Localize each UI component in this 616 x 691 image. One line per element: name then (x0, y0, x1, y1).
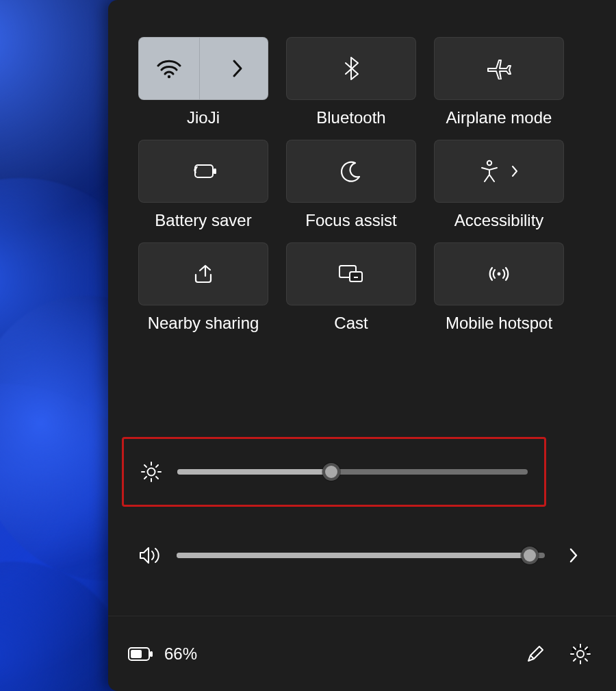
mobile-hotspot-toggle[interactable] (434, 242, 564, 305)
battery-saver-icon (190, 162, 217, 180)
cast-label: Cast (283, 314, 420, 333)
nearby-sharing-toggle[interactable] (138, 242, 268, 305)
pencil-icon (525, 644, 546, 664)
svg-point-8 (148, 468, 155, 476)
volume-expand-button[interactable] (560, 542, 587, 569)
wifi-expand-button[interactable] (207, 38, 268, 99)
cast-toggle[interactable] (286, 242, 416, 305)
svg-line-15 (144, 477, 146, 479)
svg-point-7 (498, 273, 501, 276)
quick-settings-panel: JioJi Bluetooth Airplane mode (108, 0, 616, 691)
volume-icon (138, 545, 162, 566)
airplane-mode-label: Airplane mode (431, 108, 567, 127)
battery-saver-label: Battery saver (135, 211, 272, 230)
airplane-icon (486, 58, 512, 79)
settings-button[interactable] (564, 638, 597, 670)
battery-saver-toggle[interactable] (138, 140, 268, 203)
hotspot-icon (486, 264, 512, 284)
volume-row (122, 537, 587, 574)
svg-line-16 (156, 465, 158, 467)
bluetooth-icon (343, 56, 359, 81)
moon-icon (340, 160, 362, 182)
wifi-icon (156, 58, 182, 79)
nearby-sharing-label: Nearby sharing (135, 314, 272, 333)
chevron-right-icon (568, 546, 579, 564)
svg-rect-1 (195, 165, 213, 177)
cast-icon (337, 264, 365, 284)
quick-settings-grid: JioJi Bluetooth Airplane mode (138, 37, 563, 333)
svg-rect-19 (131, 650, 142, 658)
svg-rect-2 (214, 168, 216, 174)
quick-settings-footer: 66% (108, 616, 616, 691)
brightness-row (122, 437, 546, 507)
gear-icon (569, 643, 591, 665)
edit-quick-settings-button[interactable] (519, 638, 552, 670)
accessibility-label: Accessibility (431, 211, 567, 230)
accessibility-toggle[interactable] (434, 140, 564, 203)
svg-line-13 (144, 465, 146, 467)
brightness-slider[interactable] (177, 469, 528, 475)
svg-line-14 (156, 477, 158, 479)
battery-percent-text: 66% (164, 644, 197, 664)
volume-slider[interactable] (177, 553, 545, 558)
battery-icon (127, 646, 155, 662)
svg-point-0 (168, 75, 170, 78)
brightness-slider-thumb[interactable] (322, 463, 340, 481)
wifi-toggle[interactable] (138, 37, 268, 100)
share-icon (192, 264, 215, 284)
brightness-icon (140, 461, 162, 483)
mobile-hotspot-label: Mobile hotspot (431, 314, 567, 333)
svg-point-3 (487, 161, 491, 165)
accessibility-icon (479, 160, 500, 183)
bluetooth-label: Bluetooth (283, 108, 420, 127)
focus-assist-toggle[interactable] (286, 140, 416, 203)
svg-point-20 (577, 651, 584, 657)
battery-status[interactable]: 66% (127, 644, 197, 664)
bluetooth-toggle[interactable] (286, 37, 416, 100)
focus-assist-label: Focus assist (283, 211, 420, 230)
wifi-label: JioJi (135, 108, 272, 127)
volume-slider-thumb[interactable] (521, 546, 539, 564)
svg-rect-18 (150, 651, 153, 657)
chevron-right-icon (511, 164, 519, 178)
airplane-mode-toggle[interactable] (434, 37, 564, 100)
chevron-right-icon (231, 59, 244, 78)
